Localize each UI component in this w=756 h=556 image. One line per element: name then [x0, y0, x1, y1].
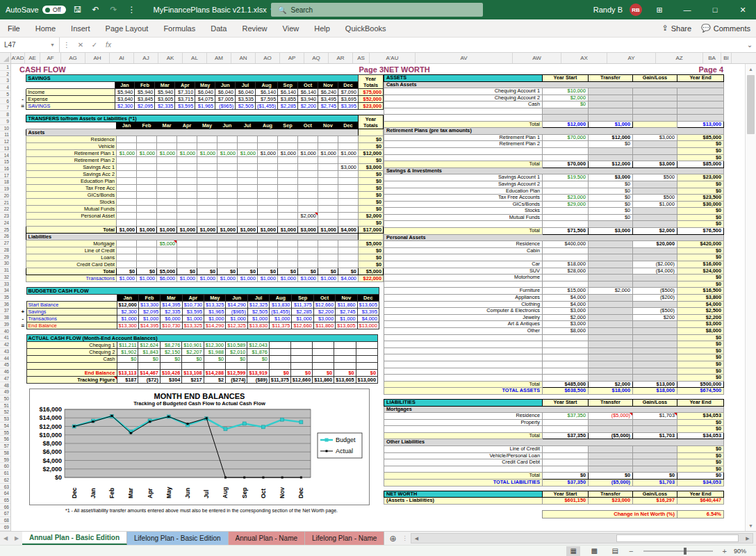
cell[interactable]: $12,599 — [226, 370, 247, 377]
cell[interactable] — [137, 178, 157, 185]
cell[interactable] — [19, 335, 26, 342]
cell[interactable]: $76,500 — [677, 228, 724, 235]
cell[interactable]: $1,000 — [277, 150, 297, 157]
cell[interactable] — [356, 342, 377, 349]
cell[interactable] — [19, 247, 26, 254]
cell[interactable]: $674,500 — [677, 388, 724, 395]
row-label[interactable]: Education Plan — [384, 188, 543, 195]
change-label[interactable]: Change in Net Worth (%) — [543, 510, 677, 518]
cell[interactable]: $1,000 — [197, 275, 217, 282]
cell[interactable]: $1,703 — [633, 480, 677, 486]
cell[interactable]: $1,000 — [177, 275, 197, 282]
cell[interactable] — [182, 363, 204, 370]
cell[interactable] — [197, 164, 217, 171]
grand-total-label[interactable]: TOTAL ASSETS — [384, 388, 543, 395]
cell[interactable] — [338, 157, 358, 164]
cell[interactable]: $24,000 — [677, 268, 724, 275]
sheet-tab-lifelong-plan-name[interactable]: Lifelong Plan - Name — [305, 532, 384, 545]
cell[interactable] — [277, 136, 297, 143]
column-header-A'AU[interactable]: A'AU — [370, 53, 416, 63]
cell[interactable] — [117, 136, 137, 143]
row-header-55[interactable]: 55 — [0, 430, 10, 436]
cell[interactable] — [157, 199, 177, 206]
cell[interactable]: $2,500 — [677, 308, 724, 315]
row-header-13[interactable]: 13 — [0, 145, 10, 152]
cell[interactable]: $0 — [677, 375, 724, 382]
cell[interactable]: $12,043 — [247, 342, 269, 349]
cell[interactable]: $6,140 — [278, 89, 298, 96]
cell[interactable]: $4,000 — [338, 227, 358, 234]
cell[interactable]: Year End — [677, 75, 724, 82]
table-header[interactable]: LIABILITIES — [384, 399, 543, 406]
cell[interactable] — [257, 171, 277, 178]
cell[interactable] — [269, 349, 290, 356]
cell[interactable]: $7,595 — [256, 96, 278, 103]
row-header-31[interactable]: 31 — [0, 267, 10, 274]
cell[interactable] — [633, 181, 677, 188]
cell[interactable] — [238, 143, 258, 150]
row-header-49[interactable]: 49 — [0, 389, 10, 395]
ribbon-tab-file[interactable]: File — [0, 22, 28, 35]
cell[interactable]: $0 — [677, 154, 724, 161]
cell[interactable] — [543, 147, 589, 154]
row-label[interactable]: Tax Free Acc — [26, 185, 117, 192]
cell[interactable]: Feb — [135, 82, 155, 89]
cell[interactable]: $0 — [677, 459, 724, 466]
row-label[interactable]: Tax Free Accounts — [384, 195, 543, 202]
cell[interactable]: Feb — [138, 295, 160, 302]
cell[interactable]: May — [195, 82, 215, 89]
cell[interactable]: $13,605 — [357, 302, 379, 309]
cell[interactable]: $1,000 — [270, 316, 292, 322]
cell[interactable] — [589, 268, 633, 275]
cell[interactable] — [177, 178, 197, 185]
cell[interactable]: = — [19, 322, 26, 329]
cell[interactable] — [543, 426, 589, 433]
cell[interactable]: $0 — [226, 356, 247, 363]
cell[interactable]: ($72) — [138, 377, 160, 384]
cell[interactable]: $70,000 — [543, 134, 589, 141]
cell[interactable]: ($1,455) — [256, 103, 278, 110]
cell[interactable]: $0 — [677, 361, 724, 368]
cell[interactable]: $0 — [247, 356, 269, 363]
row-header-64[interactable]: 64 — [0, 490, 10, 497]
cell[interactable]: Jan — [117, 295, 138, 302]
cell[interactable] — [257, 220, 277, 227]
cell[interactable]: Sep — [277, 122, 297, 129]
cell[interactable]: $1,000 — [247, 316, 269, 322]
cell[interactable]: $2,745 — [318, 103, 338, 110]
table-header[interactable]: NET WORTH — [384, 491, 543, 498]
horizontal-scroll-thumb[interactable] — [616, 534, 739, 542]
row-label[interactable] — [384, 221, 543, 228]
cell[interactable] — [633, 208, 677, 215]
cell[interactable] — [589, 308, 633, 315]
cell[interactable]: $11,375 — [292, 302, 313, 309]
cell[interactable]: $7,090 — [338, 89, 359, 96]
sheet-tab-annual-plan-name[interactable]: Annual Plan - Name — [229, 532, 306, 545]
cell[interactable] — [19, 164, 26, 171]
cell[interactable] — [318, 240, 338, 247]
cell[interactable]: $14,288 — [204, 370, 225, 377]
column-header-AW[interactable]: AW — [513, 53, 561, 63]
row-header-62[interactable]: 62 — [0, 477, 10, 484]
cell[interactable] — [157, 143, 177, 150]
cell[interactable]: $2,335 — [155, 103, 175, 110]
cell[interactable]: $1,000 — [117, 227, 137, 234]
cell[interactable] — [137, 157, 157, 164]
cell[interactable]: $1,703 — [633, 413, 677, 420]
cell[interactable]: $1,843 — [138, 349, 160, 356]
row-label[interactable]: Furniture — [384, 288, 543, 295]
cell[interactable] — [633, 141, 677, 148]
cell[interactable] — [297, 192, 318, 199]
row-label[interactable]: Expense — [26, 96, 115, 103]
row-header-1[interactable]: 1 — [0, 64, 10, 71]
column-header-AP[interactable]: AP — [280, 53, 304, 63]
cell[interactable]: $13,325 — [182, 322, 204, 329]
row-header-19[interactable]: 19 — [0, 186, 10, 193]
cell[interactable]: $14,467 — [138, 370, 160, 377]
cell[interactable] — [19, 220, 26, 227]
cell[interactable] — [677, 88, 724, 95]
cell[interactable]: $0 — [358, 178, 383, 185]
cell[interactable] — [633, 221, 677, 228]
cell[interactable] — [177, 143, 197, 150]
cell[interactable]: ($274) — [226, 377, 247, 384]
